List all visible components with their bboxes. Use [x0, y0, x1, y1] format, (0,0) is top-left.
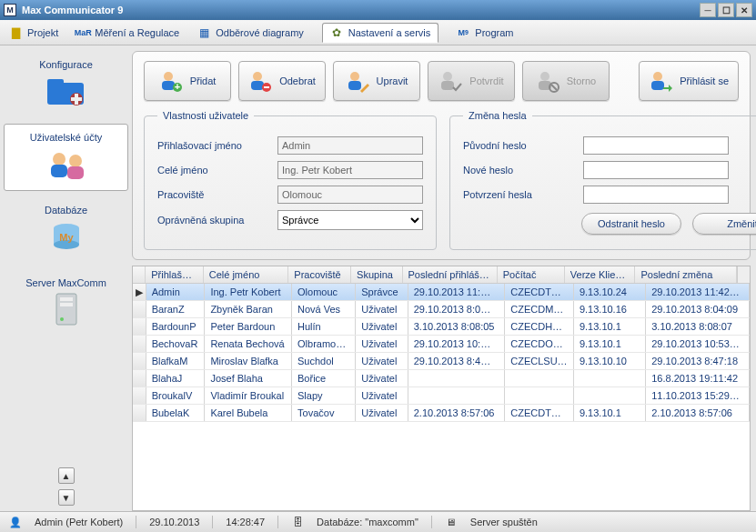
- login-button[interactable]: Přihlásit se: [639, 61, 739, 101]
- status-time: 14:28:47: [226, 517, 265, 527]
- status-db: Databáze: "maxcomm": [317, 517, 418, 527]
- database-icon: My: [45, 219, 88, 256]
- svg-rect-8: [67, 166, 84, 179]
- password-change-fieldset: Změna hesla Původní heslo Nové heslo Pot…: [449, 110, 756, 250]
- table-row[interactable]: BechovaRRenata BechováOlbramov…Uživatel2…: [133, 336, 750, 353]
- button-label: Změnit: [727, 218, 756, 229]
- nav-server[interactable]: Server MaxComm: [4, 269, 128, 336]
- cell-group: Uživatel: [356, 387, 408, 404]
- user-remove-icon: [248, 69, 272, 93]
- menu-diagramy[interactable]: ▦ Odběrové diagramy: [197, 26, 304, 39]
- table-row[interactable]: BaranZZbyněk BaranNová VesUživatel29.10.…: [133, 301, 750, 318]
- cell-lastlogin: 29.10.2013 8:4…: [408, 353, 506, 369]
- nav-label: Konfigurace: [39, 59, 93, 70]
- svg-rect-26: [348, 81, 361, 90]
- table-row[interactable]: BroukalVVladimír BroukalSlapyUživatel11.…: [133, 387, 750, 405]
- nav-konfigurace[interactable]: Konfigurace: [4, 51, 128, 118]
- workplace-input[interactable]: [277, 186, 423, 204]
- status-date: 29.10.2013: [149, 517, 199, 527]
- svg-rect-18: [162, 81, 175, 90]
- group-select[interactable]: Správce: [277, 210, 423, 230]
- fullname-input[interactable]: [277, 161, 423, 179]
- svg-text:My: My: [59, 232, 74, 243]
- cell-clientver: 9.13.10.1: [574, 405, 646, 421]
- cell-login: BroukalV: [146, 387, 206, 404]
- cell-fullname: Zbyněk Baran: [205, 301, 292, 317]
- table-row[interactable]: BlahaJJosef BlahaBořiceUživatel16.8.2013…: [133, 370, 750, 387]
- col-login[interactable]: Přihlašov…: [146, 266, 203, 283]
- grid-scrollbar[interactable]: [737, 266, 750, 283]
- col-workplace[interactable]: Pracoviště: [288, 266, 351, 283]
- cell-computer: CZECDMO…: [505, 301, 574, 317]
- cell-fullname: Peter Bardoun: [205, 318, 292, 335]
- cell-computer: CZECDTO…: [505, 284, 574, 300]
- window-title: Max Communicator 9: [22, 5, 123, 15]
- col-group[interactable]: Skupina: [351, 266, 402, 283]
- login-label: Přihlašovací jméno: [157, 140, 267, 151]
- cell-group: Uživatel: [356, 370, 408, 386]
- edit-button[interactable]: Upravit: [333, 61, 420, 101]
- remove-password-button[interactable]: Odstranit heslo: [581, 213, 681, 235]
- cell-lastchange: 29.10.2013 11:42…: [646, 284, 750, 300]
- new-pass-input[interactable]: [583, 161, 729, 179]
- nav-ucty[interactable]: Uživatelské účty: [4, 124, 128, 191]
- cell-clientver: 9.13.10.24: [574, 284, 646, 300]
- user-properties-fieldset: Vlastnosti uživatele Přihlašovací jméno …: [144, 110, 437, 250]
- user-add-icon: +: [159, 69, 183, 93]
- table-row[interactable]: BardounPPeter BardounHulínUživatel3.10.2…: [133, 318, 750, 336]
- cell-computer: [505, 370, 574, 386]
- change-password-button[interactable]: Změnit: [692, 213, 756, 235]
- cell-group: Uživatel: [356, 301, 408, 317]
- nav-scroll-down[interactable]: ▼: [58, 489, 75, 506]
- cancel-button: Storno: [522, 61, 610, 101]
- svg-point-17: [164, 72, 173, 81]
- nav-label: Databáze: [45, 205, 87, 216]
- svg-rect-4: [71, 97, 82, 101]
- svg-marker-36: [663, 85, 672, 92]
- user-edit-icon: [346, 69, 369, 93]
- menu-program[interactable]: M9 Program: [457, 26, 513, 39]
- svg-point-16: [60, 317, 64, 321]
- confirm-pass-input[interactable]: [583, 186, 729, 204]
- col-clientver[interactable]: Verze Klienta: [565, 266, 636, 283]
- confirm-pass-label: Potvrzení hesla: [463, 189, 572, 200]
- row-indicator: [133, 301, 146, 317]
- col-lastlogin[interactable]: Poslední přihlášení: [403, 266, 498, 283]
- nav-scroll-up[interactable]: ▲: [58, 467, 75, 484]
- menu-projekt[interactable]: ▇ Projekt: [9, 26, 58, 39]
- nav-databaze[interactable]: Databáze My: [4, 196, 128, 264]
- orig-pass-label: Původní heslo: [463, 140, 572, 151]
- table-row[interactable]: BlafkaMMiroslav BlafkaSuchdolUživatel29.…: [133, 353, 750, 370]
- menu-nastaveni[interactable]: ✿ Nastavení a servis: [322, 23, 438, 43]
- add-button[interactable]: + Přidat: [144, 61, 231, 101]
- cell-lastchange: 11.10.2013 15:29…: [646, 387, 750, 404]
- maximize-button[interactable]: ☐: [718, 3, 734, 17]
- cell-clientver: [574, 387, 646, 404]
- col-computer[interactable]: Počítač: [498, 266, 565, 283]
- menu-mereni[interactable]: MaR Měření a Regulace: [76, 26, 179, 39]
- col-lastchange[interactable]: Poslední změna: [635, 266, 736, 283]
- minimize-button[interactable]: ─: [700, 3, 716, 17]
- cell-computer: CZECLSU…: [505, 353, 574, 369]
- cell-workplace: Slapy: [292, 387, 356, 404]
- cell-lastchange: 3.10.2013 8:08:07: [646, 318, 750, 335]
- login-input[interactable]: [277, 136, 423, 155]
- cell-fullname: Vladimír Broukal: [205, 387, 292, 404]
- cell-lastchange: 16.8.2013 19:11:42: [646, 370, 750, 386]
- projekt-icon: ▇: [9, 26, 22, 39]
- cell-workplace: Olomouc: [292, 284, 356, 300]
- cell-lastchange: 29.10.2013 8:47:18: [646, 353, 750, 369]
- nav-label: Uživatelské účty: [30, 132, 102, 143]
- table-row[interactable]: ▶AdminIng. Petr KobertOlomoucSprávce29.1…: [133, 284, 750, 301]
- row-indicator: [133, 318, 146, 335]
- col-fullname[interactable]: Celé jméno: [204, 266, 289, 283]
- cell-login: BubelaK: [146, 405, 206, 421]
- close-button[interactable]: ✕: [736, 3, 752, 17]
- cell-clientver: 9.13.10.10: [574, 353, 646, 369]
- cell-login: Admin: [146, 284, 206, 300]
- users-icon: [45, 146, 88, 183]
- table-row[interactable]: BubelaKKarel BubelaTovačovUživatel2.10.2…: [133, 405, 750, 422]
- remove-button[interactable]: Odebrat: [238, 61, 326, 101]
- orig-pass-input[interactable]: [583, 136, 729, 155]
- svg-point-21: [253, 72, 262, 81]
